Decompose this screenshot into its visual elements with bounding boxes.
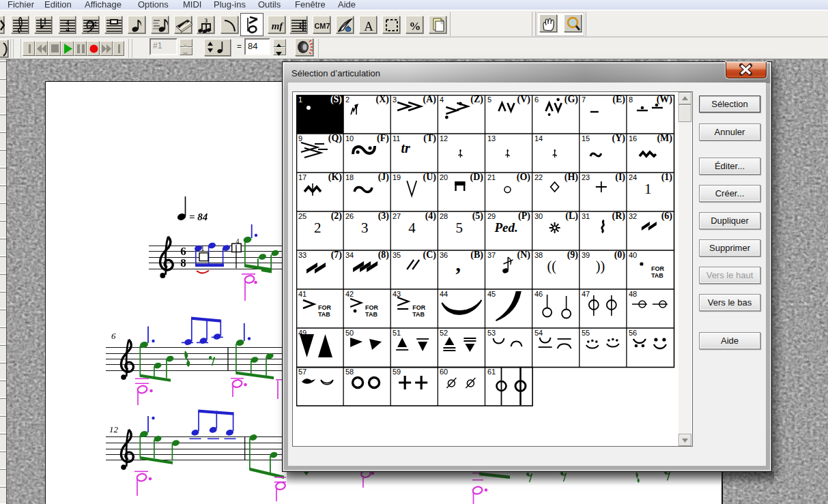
svg-text:5: 5: [455, 220, 463, 236]
svg-text:1: 1: [201, 244, 205, 252]
svg-text:4: 4: [408, 220, 416, 236]
svg-text:TAB: TAB: [365, 311, 377, 318]
svg-text:)): )): [596, 258, 605, 274]
svg-text:8: 8: [180, 256, 186, 269]
svg-text:Ped.: Ped.: [494, 220, 518, 235]
svg-text:6: 6: [111, 331, 116, 341]
svg-text:12: 12: [109, 424, 119, 434]
svg-text:2: 2: [314, 220, 322, 236]
svg-text:tr: tr: [401, 140, 411, 155]
svg-text:1: 1: [644, 181, 652, 197]
svg-text:FOR: FOR: [318, 304, 331, 311]
svg-text:FOR: FOR: [365, 304, 378, 311]
svg-text:3: 3: [361, 220, 369, 236]
svg-text:= 84: = 84: [189, 211, 208, 222]
svg-text:FOR: FOR: [412, 304, 425, 311]
svg-text:TAB: TAB: [412, 311, 425, 318]
svg-text:,: ,: [455, 252, 461, 275]
svg-text:((: ((: [547, 258, 557, 274]
svg-text:FOR: FOR: [651, 265, 664, 272]
svg-text:TAB: TAB: [651, 272, 663, 279]
svg-text:TAB: TAB: [318, 311, 330, 318]
